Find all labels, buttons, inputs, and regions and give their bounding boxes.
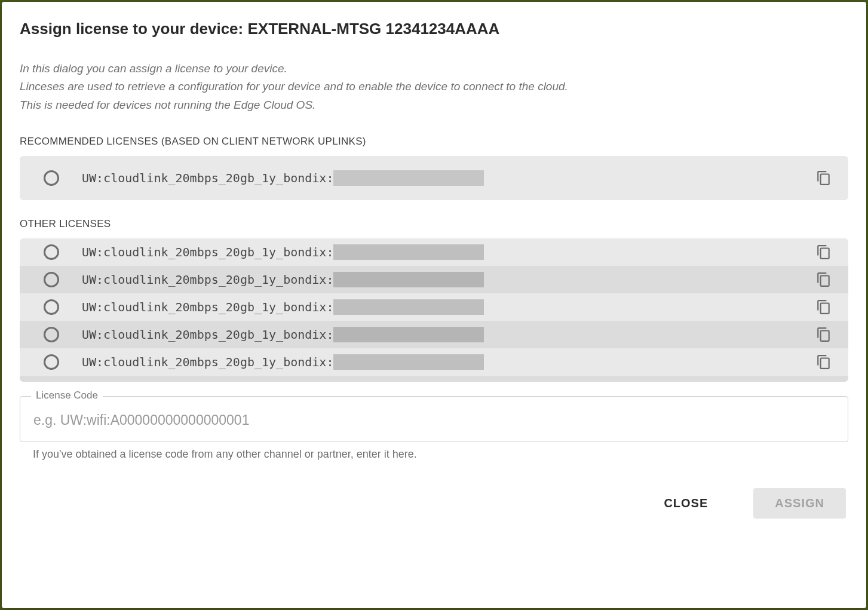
radio-unselected-icon[interactable] — [44, 244, 59, 260]
dialog-actions: CLOSE ASSIGN — [20, 488, 848, 519]
dialog-title: Assign license to your device: EXTERNAL-… — [20, 20, 848, 38]
license-label: UW:cloudlink_20mbps_20gb_1y_bondix: — [82, 327, 333, 342]
license-code-help: If you've obtained a license code from a… — [20, 448, 848, 461]
dialog-description: In this dialog you can assign a license … — [20, 60, 848, 114]
copy-icon[interactable] — [816, 272, 832, 287]
license-row[interactable] — [20, 376, 848, 382]
license-label: UW:cloudlink_20mbps_20gb_1y_bondix: — [82, 355, 333, 369]
assign-button[interactable]: ASSIGN — [753, 488, 846, 519]
other-licenses-header: OTHER LICENSES — [20, 218, 848, 230]
license-row[interactable]: UW:cloudlink_20mbps_20gb_1y_bondix: — [20, 348, 848, 376]
radio-unselected-icon[interactable] — [44, 327, 59, 342]
redacted-block — [333, 272, 484, 287]
license-code-input[interactable] — [33, 412, 835, 428]
radio-unselected-icon[interactable] — [44, 272, 59, 287]
license-row[interactable]: UW:cloudlink_20mbps_20gb_1y_bondix: — [20, 156, 848, 200]
license-row[interactable]: UW:cloudlink_20mbps_20gb_1y_bondix: — [20, 238, 848, 266]
license-label: UW:cloudlink_20mbps_20gb_1y_bondix: — [82, 171, 333, 185]
license-row[interactable]: UW:cloudlink_20mbps_20gb_1y_bondix: — [20, 293, 848, 321]
redacted-block — [333, 299, 484, 315]
recommended-licenses-list: UW:cloudlink_20mbps_20gb_1y_bondix: — [20, 156, 848, 200]
copy-icon[interactable] — [816, 354, 832, 370]
redacted-block — [333, 244, 484, 260]
copy-icon[interactable] — [816, 244, 832, 260]
recommended-licenses-header: RECOMMENDED LICENSES (BASED ON CLIENT NE… — [20, 136, 848, 148]
radio-unselected-icon[interactable] — [44, 170, 59, 186]
license-row[interactable]: UW:cloudlink_20mbps_20gb_1y_bondix: — [20, 321, 848, 348]
redacted-block — [333, 327, 484, 342]
assign-license-dialog: Assign license to your device: EXTERNAL-… — [2, 2, 866, 608]
redacted-block — [333, 354, 484, 370]
other-licenses-list: UW:cloudlink_20mbps_20gb_1y_bondix: UW:c… — [20, 238, 848, 382]
redacted-block — [333, 170, 484, 186]
license-code-label: License Code — [31, 390, 103, 401]
copy-icon[interactable] — [816, 299, 832, 315]
copy-icon[interactable] — [816, 170, 832, 186]
license-code-field[interactable]: License Code — [20, 396, 848, 442]
license-label: UW:cloudlink_20mbps_20gb_1y_bondix: — [82, 300, 333, 314]
close-button[interactable]: CLOSE — [642, 488, 729, 519]
license-row[interactable]: UW:cloudlink_20mbps_20gb_1y_bondix: — [20, 266, 848, 293]
radio-unselected-icon[interactable] — [44, 299, 59, 315]
copy-icon[interactable] — [816, 327, 832, 342]
license-label: UW:cloudlink_20mbps_20gb_1y_bondix: — [82, 245, 333, 259]
radio-unselected-icon[interactable] — [44, 354, 59, 370]
license-label: UW:cloudlink_20mbps_20gb_1y_bondix: — [82, 272, 333, 287]
